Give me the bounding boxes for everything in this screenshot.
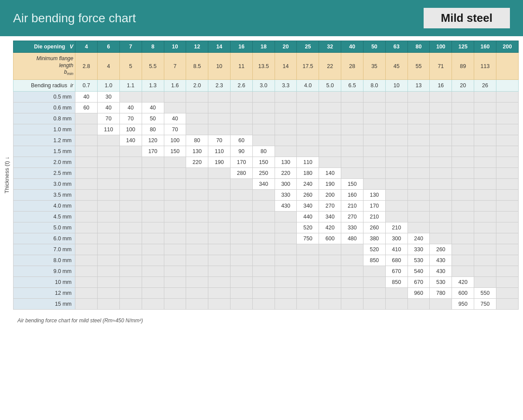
data-cell xyxy=(275,255,297,266)
data-cell xyxy=(474,233,496,244)
data-cell xyxy=(164,179,186,190)
data-cell: 670 xyxy=(385,266,408,277)
flange-row: Minimum flangelengthbmin 2.8 4 5 5.5 7 8… xyxy=(14,53,519,80)
data-cell xyxy=(252,277,275,288)
data-cell: 100 xyxy=(164,135,186,146)
data-cell: 330 xyxy=(275,190,297,201)
data-cell xyxy=(408,168,430,179)
data-cell: 40 xyxy=(98,102,120,113)
data-cell xyxy=(252,124,275,135)
data-cell xyxy=(186,102,208,113)
data-cell: 430 xyxy=(430,266,452,277)
data-cell xyxy=(430,168,452,179)
data-cell xyxy=(231,233,253,244)
data-cell xyxy=(98,244,120,255)
flange-200 xyxy=(496,53,518,80)
data-cell xyxy=(231,179,253,190)
data-cell xyxy=(341,168,363,179)
data-cell xyxy=(98,168,120,179)
data-cell xyxy=(186,190,208,201)
data-cell xyxy=(142,222,164,233)
br-14: 2.3 xyxy=(208,80,231,92)
data-cell xyxy=(119,190,142,201)
col-8: 8 xyxy=(142,41,164,53)
data-cell xyxy=(275,266,297,277)
data-cell xyxy=(385,288,408,299)
data-cell: 40 xyxy=(164,113,186,124)
col-32: 32 xyxy=(319,41,341,53)
data-cell xyxy=(341,124,363,135)
data-cell: 280 xyxy=(231,168,253,179)
data-cell: 200 xyxy=(319,190,341,201)
data-cell: 80 xyxy=(186,135,208,146)
data-cell xyxy=(319,92,341,102)
data-cell xyxy=(496,266,518,277)
data-cell xyxy=(208,179,231,190)
data-cell xyxy=(408,146,430,157)
br-160: 26 xyxy=(474,80,496,92)
data-cell xyxy=(385,135,408,146)
data-cell xyxy=(252,233,275,244)
data-cell xyxy=(208,288,231,299)
col-14: 14 xyxy=(208,41,231,53)
br-18: 3.0 xyxy=(252,80,275,92)
data-cell xyxy=(496,233,518,244)
data-cell xyxy=(142,157,164,168)
flange-32: 22 xyxy=(319,53,341,80)
data-cell xyxy=(275,212,297,222)
flange-6: 4 xyxy=(98,53,120,80)
data-cell: 260 xyxy=(363,222,385,233)
data-cell: 80 xyxy=(142,124,164,135)
table-row: 4.5 mm440340270210 xyxy=(14,212,519,222)
data-cell xyxy=(452,168,474,179)
data-cell xyxy=(208,266,231,277)
side-label: Thickness (t) ↓ xyxy=(3,157,10,194)
data-cell xyxy=(231,201,253,212)
data-cell: 270 xyxy=(319,201,341,212)
data-cell xyxy=(119,255,142,266)
br-32: 5.0 xyxy=(319,80,341,92)
data-cell xyxy=(119,233,142,244)
data-cell xyxy=(275,288,297,299)
br-12: 2.0 xyxy=(186,80,208,92)
data-cell xyxy=(119,244,142,255)
data-cell xyxy=(186,179,208,190)
data-cell xyxy=(496,92,518,102)
data-cell: 40 xyxy=(142,102,164,113)
data-cell xyxy=(164,201,186,212)
flange-label: Minimum flangelengthbmin xyxy=(14,53,75,80)
flange-18: 13.5 xyxy=(252,53,275,80)
data-cell xyxy=(208,222,231,233)
data-cell: 190 xyxy=(208,157,231,168)
data-cell xyxy=(119,201,142,212)
data-cell xyxy=(98,179,120,190)
br-50: 8.0 xyxy=(363,80,385,92)
data-cell xyxy=(252,92,275,102)
data-cell xyxy=(142,299,164,310)
data-cell xyxy=(430,113,452,124)
data-cell xyxy=(275,135,297,146)
data-cell: 530 xyxy=(430,277,452,288)
data-cell xyxy=(208,113,231,124)
data-cell: 220 xyxy=(186,157,208,168)
data-cell xyxy=(186,255,208,266)
data-cell xyxy=(98,190,120,201)
data-cell xyxy=(297,277,319,288)
row-label: 6.0 mm xyxy=(14,233,75,244)
data-body: 0.5 mm40300.6 mm604040400.8 mm707050401.… xyxy=(14,92,519,310)
data-cell xyxy=(98,135,120,146)
table-row: 7.0 mm520410330260 xyxy=(14,244,519,255)
data-cell xyxy=(75,255,98,266)
data-cell xyxy=(119,146,142,157)
col-4: 4 xyxy=(75,41,98,53)
data-cell xyxy=(142,244,164,255)
data-cell xyxy=(208,212,231,222)
data-cell: 680 xyxy=(385,255,408,266)
data-cell: 750 xyxy=(297,233,319,244)
row-label: 0.8 mm xyxy=(14,113,75,124)
data-cell xyxy=(408,124,430,135)
data-cell xyxy=(363,179,385,190)
data-cell xyxy=(208,92,231,102)
data-cell xyxy=(452,222,474,233)
data-cell xyxy=(430,124,452,135)
